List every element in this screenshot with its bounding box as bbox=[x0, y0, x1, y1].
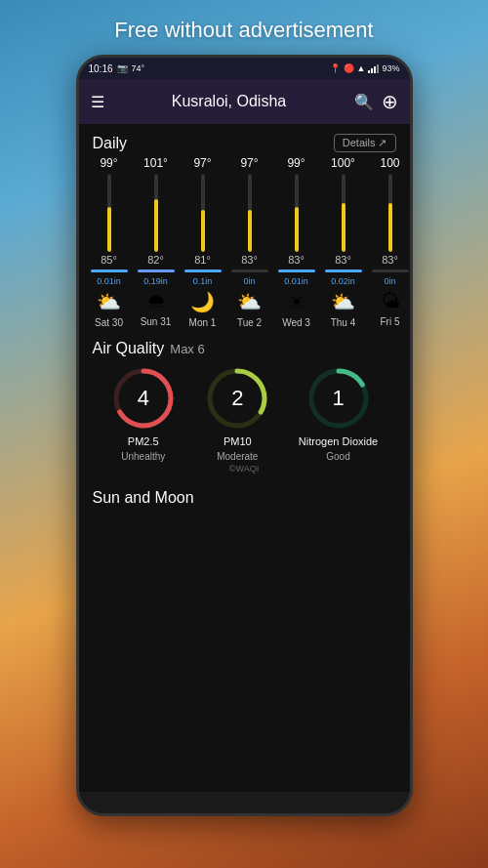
status-bar: 10:16 📷 74° 📍 🔴 ▲ 93% bbox=[79, 58, 410, 79]
weather-icon: 🌙 bbox=[190, 290, 215, 313]
aq-gauge: 1 Nitrogen Dioxide Good bbox=[299, 365, 378, 462]
precip-bar bbox=[184, 269, 222, 272]
day-label: Sat 30 bbox=[95, 317, 123, 328]
daily-section: Daily Details ↗ 99° 85° 0.01in ⛅ Sat 30 … bbox=[79, 124, 410, 332]
temp-bar-container bbox=[201, 174, 205, 252]
gps-icon[interactable]: ⊕ bbox=[382, 90, 398, 113]
day-label: Wed 3 bbox=[282, 317, 310, 328]
high-temp: 100 bbox=[380, 156, 399, 170]
daily-title: Daily bbox=[93, 135, 128, 152]
day-label: Mon 1 bbox=[189, 317, 217, 328]
time-display: 10:16 bbox=[89, 63, 113, 74]
air-quality-header: Air Quality Max 6 bbox=[93, 340, 396, 357]
temp-bar-container bbox=[154, 174, 158, 252]
air-quality-title: Air Quality bbox=[93, 340, 165, 357]
weather-icon: ⛅ bbox=[331, 290, 355, 313]
low-temp: 83° bbox=[288, 254, 305, 266]
signal-bars bbox=[368, 64, 379, 73]
temp-bar-container bbox=[295, 174, 299, 252]
air-quality-section: Air Quality Max 6 4 PM2.5 Unhealthy 2 PM… bbox=[79, 332, 410, 481]
temp-bar-fill bbox=[342, 203, 346, 252]
temp-bar-fill bbox=[248, 210, 252, 252]
aq-gauge: 2 PM10 Moderate bbox=[204, 365, 270, 462]
precip-amount: 0.02in bbox=[331, 276, 355, 286]
precip-bar bbox=[278, 269, 315, 272]
precip-bar bbox=[325, 269, 362, 272]
precip-amount: 0.1in bbox=[193, 276, 213, 286]
gauge-circle: 2 bbox=[204, 365, 270, 432]
precip-amount: 0.19in bbox=[143, 276, 168, 286]
temp-bar-fill bbox=[201, 210, 205, 252]
temp-bar-fill bbox=[154, 199, 158, 252]
weather-icon: 🌧 bbox=[146, 290, 166, 312]
temp-bar-container bbox=[342, 174, 346, 252]
status-left: 10:16 📷 74° bbox=[89, 63, 145, 74]
high-temp: 101° bbox=[143, 156, 168, 170]
precip-amount: 0.01in bbox=[284, 276, 308, 286]
aq-gauges-row: 4 PM2.5 Unhealthy 2 PM10 Moderate 1 Nitr… bbox=[93, 365, 396, 462]
phone-frame: 10:16 📷 74° 📍 🔴 ▲ 93% ☰ Kusraloi, Odisha… bbox=[76, 55, 413, 816]
aq-label-sub: Moderate bbox=[217, 451, 258, 462]
low-temp: 82° bbox=[147, 254, 164, 266]
precip-amount: 0in bbox=[384, 276, 395, 286]
temp-bar-fill bbox=[295, 207, 299, 252]
high-temp: 97° bbox=[240, 156, 258, 170]
location-title: Kusraloi, Odisha bbox=[112, 93, 346, 110]
day-label: Sun 31 bbox=[141, 316, 172, 327]
gauge-number: 2 bbox=[231, 386, 243, 411]
day-label: Thu 4 bbox=[331, 317, 356, 328]
waqi-credit: ©WAQI bbox=[93, 462, 396, 477]
precip-amount: 0.01in bbox=[97, 276, 121, 286]
sun-moon-section: Sun and Moon bbox=[79, 481, 410, 511]
camera-icon: 📷 bbox=[117, 63, 128, 73]
details-button[interactable]: Details ↗ bbox=[334, 134, 396, 152]
low-temp: 83° bbox=[335, 254, 351, 266]
precip-bar bbox=[372, 269, 409, 272]
sun-moon-title: Sun and Moon bbox=[93, 489, 194, 506]
day-label: Fri 5 bbox=[381, 316, 400, 327]
precip-bar bbox=[231, 269, 268, 272]
location-pin-icon: 📍 bbox=[330, 63, 341, 73]
hamburger-menu-icon[interactable]: ☰ bbox=[91, 93, 104, 111]
day-col: 100° 83° 0.02in ⛅ Thu 4 bbox=[321, 156, 366, 328]
wifi-icon: ▲ bbox=[357, 63, 366, 73]
temp-notif: 74° bbox=[132, 63, 145, 73]
low-temp: 83° bbox=[241, 254, 258, 266]
aq-label-main: PM10 bbox=[224, 435, 252, 447]
temp-bar-container bbox=[107, 174, 111, 252]
daily-row: 99° 85° 0.01in ⛅ Sat 30 101° 82° 0.19in … bbox=[87, 156, 410, 328]
gauge-number: 4 bbox=[138, 386, 149, 411]
gauge-circle: 1 bbox=[305, 365, 372, 432]
gauge-circle: 4 bbox=[110, 365, 177, 432]
status-right: 📍 🔴 ▲ 93% bbox=[330, 63, 400, 73]
aq-label-sub: Unhealthy bbox=[121, 451, 165, 462]
weather-icon: 🌤 bbox=[381, 290, 400, 312]
high-temp: 97° bbox=[193, 156, 211, 170]
day-col: 97° 83° 0in ⛅ Tue 2 bbox=[227, 156, 272, 328]
phone-content: Daily Details ↗ 99° 85° 0.01in ⛅ Sat 30 … bbox=[79, 124, 410, 792]
precip-amount: 0in bbox=[243, 276, 255, 286]
aq-label-sub: Good bbox=[326, 451, 349, 462]
high-temp: 99° bbox=[100, 156, 117, 170]
aq-gauge: 4 PM2.5 Unhealthy bbox=[110, 365, 177, 462]
air-quality-max: Max 6 bbox=[170, 342, 204, 356]
high-temp: 100° bbox=[331, 156, 355, 170]
day-col: 100 83° 0in 🌤 Fri 5 bbox=[368, 156, 410, 328]
toolbar: ☰ Kusraloi, Odisha 🔍 ⊕ bbox=[79, 79, 410, 124]
daily-section-header: Daily Details ↗ bbox=[79, 124, 410, 156]
daily-scroll[interactable]: 99° 85° 0.01in ⛅ Sat 30 101° 82° 0.19in … bbox=[79, 156, 410, 332]
battery-indicator: 93% bbox=[382, 63, 399, 73]
search-icon[interactable]: 🔍 bbox=[354, 93, 374, 111]
temp-bar-fill bbox=[107, 207, 111, 252]
day-col: 101° 82° 0.19in 🌧 Sun 31 bbox=[134, 156, 179, 328]
day-col: 99° 85° 0.01in ⛅ Sat 30 bbox=[87, 156, 132, 328]
day-col: 97° 81° 0.1in 🌙 Mon 1 bbox=[181, 156, 225, 328]
weather-icon: ⛅ bbox=[97, 290, 121, 313]
weather-icon: ☀ bbox=[288, 290, 305, 313]
temp-bar-fill bbox=[388, 203, 392, 252]
temp-bar-container bbox=[388, 174, 392, 252]
high-temp: 99° bbox=[287, 156, 305, 170]
low-temp: 83° bbox=[382, 254, 398, 266]
top-tagline: Free without advertisement bbox=[0, 0, 488, 55]
gauge-number: 1 bbox=[332, 386, 344, 411]
